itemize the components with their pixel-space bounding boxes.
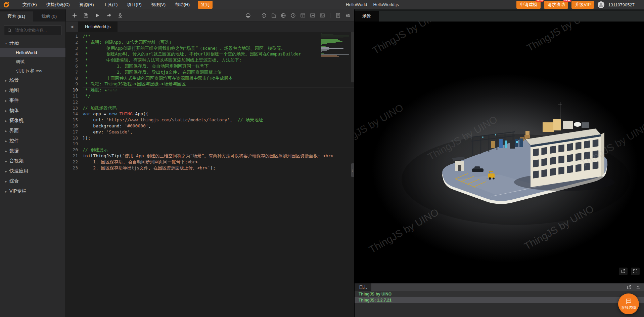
tree-item-6[interactable]: ▸界面 — [0, 126, 65, 136]
thingjs-logo-icon[interactable] — [3, 1, 10, 8]
chevron-right-icon[interactable]: ▸ — [3, 109, 9, 113]
code-line-14[interactable]: var app = new THING.App({ — [83, 111, 354, 117]
fullscreen-button[interactable] — [631, 268, 640, 275]
tree-item-3[interactable]: ▸事件 — [0, 95, 65, 106]
code-line-12[interactable] — [83, 99, 354, 105]
chevron-right-icon[interactable]: ▸ — [3, 139, 9, 143]
splitter[interactable] — [354, 9, 355, 317]
building-icon[interactable] — [271, 13, 276, 18]
globe-icon[interactable] — [281, 13, 286, 18]
image-icon[interactable] — [320, 13, 325, 18]
chevron-right-icon[interactable]: ▸ — [3, 89, 9, 92]
clock-icon[interactable] — [290, 13, 296, 18]
tree-item-12[interactable]: ▸VIP专栏 — [0, 186, 65, 196]
action-button-2[interactable]: 升级VIP — [571, 1, 594, 9]
tree-item-11[interactable]: ▸综合 — [0, 176, 65, 186]
code-line-1[interactable]: /** — [83, 33, 354, 39]
chevron-right-icon[interactable]: ▸ — [3, 129, 9, 133]
search-input[interactable] — [14, 28, 59, 33]
note-icon[interactable] — [335, 13, 341, 18]
editor-scrollbar-thumb[interactable] — [351, 32, 354, 82]
save-icon[interactable] — [83, 13, 89, 18]
earth-icon[interactable] — [245, 13, 251, 18]
tree-item-2[interactable]: ▸地图 — [0, 85, 65, 95]
code-line-20[interactable]: // 创建提示 — [83, 147, 354, 153]
chevron-right-icon[interactable]: ▸ — [3, 190, 9, 193]
tab-official[interactable]: 官方 (81) — [0, 11, 33, 22]
tree-item-1[interactable]: ▸场景 — [0, 75, 65, 85]
menu-item-2[interactable]: 资源(R) — [75, 0, 99, 9]
code-line-18[interactable]: }); — [83, 135, 354, 141]
chevron-right-icon[interactable]: ▸ — [3, 169, 9, 173]
tree-item-0[interactable]: ▾开始 — [0, 38, 65, 48]
sliders-icon[interactable] — [345, 13, 351, 18]
check-in-button[interactable]: 签到 — [198, 1, 213, 9]
code-line-13[interactable]: // 加载场景代码 — [83, 105, 354, 111]
panel-icon[interactable] — [300, 13, 306, 18]
code-line-9[interactable]: * 教程: ThingJS教程—>园区与层级—>场景与园区 — [83, 81, 354, 87]
splitter-handle[interactable]: ⋮ — [351, 163, 354, 177]
tree-item-9[interactable]: ▸音视频 — [0, 156, 65, 166]
code-line-11[interactable]: */ — [83, 93, 354, 99]
chevron-right-icon[interactable]: ▸ — [3, 119, 9, 123]
menu-item-5[interactable]: 视图(V) — [146, 0, 170, 9]
chevron-right-icon[interactable]: ▸ — [3, 180, 9, 183]
online-support-button[interactable]: 在线咨询 — [618, 293, 639, 314]
code-line-21[interactable]: initThingJsTip(`使用 App 创建的三维空间称之为“场景”。有两… — [83, 153, 354, 159]
cube-icon[interactable] — [261, 13, 267, 18]
code-area[interactable]: 1234567891011121314151617181920212223 /*… — [66, 32, 354, 317]
code-line-10[interactable]: * 难度: ★☆☆☆☆ — [83, 87, 354, 93]
open-in-new-window-button[interactable] — [619, 268, 628, 275]
tree-child-HelloWorld[interactable]: HelloWorld — [0, 48, 65, 57]
scene-3d-viewport[interactable]: ThingJS by UINOThingJS by UINOThingJS by… — [355, 22, 644, 283]
tab-mine[interactable]: 我的 (0) — [33, 11, 66, 22]
download-icon[interactable] — [118, 13, 123, 18]
chevron-right-icon[interactable]: ▸ — [3, 79, 9, 82]
chevron-right-icon[interactable]: ▸ — [3, 159, 9, 163]
chevron-right-icon[interactable]: ▸ — [3, 149, 9, 153]
share-icon[interactable] — [106, 13, 111, 18]
chart-icon[interactable] — [310, 13, 315, 18]
tree-child-调试[interactable]: 调试 — [0, 57, 65, 66]
tab-scene[interactable]: 场景 — [355, 11, 379, 22]
tree-item-7[interactable]: ▸控件 — [0, 136, 65, 146]
action-button-0[interactable]: 申请建模new — [516, 1, 541, 9]
log-external-icon[interactable] — [627, 285, 632, 290]
tree-child-引用-js-和-css[interactable]: 引用 js 和 css — [0, 66, 65, 75]
action-button-1[interactable]: 请求协助new — [544, 1, 568, 9]
code-line-4[interactable]: * 创建App时, 传入的url就是园区的地址, 不传url则创建一个空的场景。… — [83, 51, 354, 57]
menu-item-4[interactable]: 项目(P) — [122, 0, 146, 9]
code-line-17[interactable]: env: 'Seaside', — [83, 129, 354, 135]
code-line-16[interactable]: background: '#000000', — [83, 123, 354, 129]
code-line-19[interactable] — [83, 141, 354, 147]
tree-item-4[interactable]: ▸物体 — [0, 106, 65, 116]
tree-item-5[interactable]: ▸摄像机 — [0, 116, 65, 126]
code-line-3[interactable]: * 使用App创建打开的三维空间我们称之为“场景”（scene）。场景包含地球、… — [83, 45, 354, 51]
username[interactable]: 13110790527 — [608, 2, 635, 7]
code-line-8[interactable]: * 上面两种方式生成的园区资源均可在资源面板中双击自动生成脚本 — [83, 75, 354, 81]
tab-scroll-left-icon[interactable]: ◀ — [66, 22, 78, 32]
plus-icon[interactable] — [72, 13, 77, 18]
code-line-23[interactable]: 2. 园区保存后导出tjs文件, 在园区资源面板上传。<br>`); — [83, 165, 354, 171]
menu-item-1[interactable]: 快捷代码(C) — [42, 0, 75, 9]
run-icon[interactable] — [95, 13, 100, 18]
code-line-15[interactable]: url: 'https://www.thingjs.com/static/mod… — [83, 117, 354, 123]
minimap[interactable] — [320, 33, 350, 63]
menu-item-6[interactable]: 帮助(H) — [170, 0, 194, 9]
chevron-down-icon[interactable]: ▾ — [3, 41, 9, 45]
line-number-gutter[interactable]: 1234567891011121314151617181920212223 — [66, 33, 78, 171]
code-line-7[interactable]: * 2. 园区保存后, 导出tjs文件, 在园区资源面板上传 — [83, 69, 354, 75]
avatar[interactable] — [597, 1, 605, 8]
menu-item-3[interactable]: 工具(T) — [99, 0, 123, 9]
code-line-5[interactable]: * 中创建编辑, 有两种方法可以将园区添加到线上资源面板, 方法如下: — [83, 57, 354, 63]
tree-item-10[interactable]: ▸快速应用 — [0, 166, 65, 176]
menu-item-0[interactable]: 文件(F) — [18, 0, 42, 9]
editor-tab-helloworld[interactable]: HelloWorld.js — [78, 22, 118, 32]
chevron-right-icon[interactable]: ▸ — [3, 99, 9, 103]
code-line-22[interactable]: 1. 园区保存后, 会自动同步到网页同一账号下;<br> — [83, 159, 354, 165]
tab-log[interactable]: 日志 — [355, 283, 371, 291]
code-line-2[interactable]: * 说明: 创建App, url为园区地址（可选） — [83, 39, 354, 45]
code-line-6[interactable]: * 1. 园区保存后, 会自动同步到网页同一账号下 — [83, 63, 354, 69]
tree-item-8[interactable]: ▸数据 — [0, 146, 65, 156]
log-upload-icon[interactable] — [636, 285, 641, 290]
